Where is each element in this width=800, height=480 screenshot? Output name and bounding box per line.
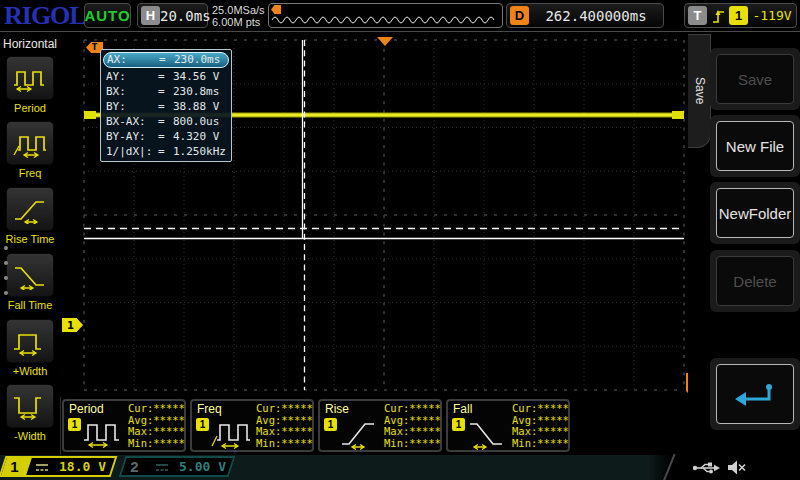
stat-cur: Cur:***** [256,403,313,415]
channel1-scale: 18.0 V [59,459,106,474]
rigol-logo: RIGOL [4,1,86,31]
memory-depth: 6.00M pts [212,16,265,28]
menu-item-minus-width[interactable]: -Width [0,384,60,442]
preview-wave [270,6,501,26]
stat-max: Max:***** [128,426,185,438]
channel2-status[interactable]: 2 5.00 V [122,456,232,477]
measurement-title: Rise [325,402,349,416]
statusbar-divider [662,454,675,480]
period-icon [12,63,48,93]
menu-item-label: -Width [0,430,60,442]
measurement-panel-fall: Fall 1 Cur:***** Avg:***** Max:***** Min… [446,399,570,452]
menu-item-label: Fall Time [0,299,60,311]
equals-sign: = [159,53,174,67]
dc-coupling-icon [35,462,49,472]
measurement-panel-rise: Rise 1 Cur:***** Avg:***** Max:***** Min… [318,399,442,452]
acquisition-readout: 25.0MSa/s 6.00M pts [212,4,265,28]
delay-icon: D [510,6,529,25]
sample-rate: 25.0MSa/s [212,4,265,16]
period-icon [82,415,124,451]
trigger-level-value: -119V [752,8,791,23]
delete-key[interactable]: Delete [710,250,800,312]
usb-icon [692,461,720,475]
measurement-title: Freq [197,402,222,416]
cursor-value: 1.250kHz [173,144,226,159]
return-key[interactable] [710,358,800,430]
period-button[interactable] [6,56,54,100]
save-tab: Save [688,34,711,148]
stat-max: Max:***** [384,426,441,438]
cursor-readout-panel: AX: = 230.0ms AY: = 34.56 V BX: = 230.8m… [100,49,232,162]
cursor-row-bx: BX: = 230.8ms [103,84,229,99]
save-key[interactable]: Save [710,48,800,110]
cursor-row-ay: AY: = 34.56 V [103,69,229,84]
freq-icon [12,128,48,158]
equals-sign: = [158,69,173,84]
timebase-readout: H 20.0ms [137,3,208,28]
stat-min: Min:***** [512,438,569,450]
stat-cur: Cur:***** [512,403,569,415]
return-button[interactable] [716,364,794,424]
waveform-display: T 1 T AX: = 230.0ms AY: = 34.56 V BX: = … [60,32,688,397]
fall-time-button[interactable] [6,253,54,297]
trigger-status-badge: AUTO [84,3,131,28]
cursor-value: 38.88 V [173,99,219,114]
new-folder-key[interactable]: NewFolder [710,182,800,244]
speaker-muted-icon [726,459,746,476]
minus-width-icon [12,391,48,421]
cursor-row-ax: AX: = 230.0ms [103,52,229,68]
equals-sign: = [158,144,173,159]
channel1-status[interactable]: 1 18.0 V [2,456,114,477]
trigger-status-label: AUTO [84,7,130,24]
cursor-label: BY: [106,99,158,114]
new-folder-button[interactable]: NewFolder [716,188,794,238]
measurement-panel-period: Period 1 Cur:***** Avg:***** Max:***** M… [62,399,186,452]
channel2-scale: 5.00 V [179,459,226,474]
stat-max: Max:***** [256,426,313,438]
left-menu-title: Horizontal [0,37,60,51]
menu-item-freq[interactable]: Freq [0,121,60,179]
menu-item-label: Period [0,102,60,114]
rise-time-button[interactable] [6,187,54,231]
freq-icon [210,415,252,451]
stat-min: Min:***** [256,438,313,450]
menu-item-fall-time[interactable]: Fall Time [0,253,60,311]
delete-button[interactable]: Delete [716,256,794,306]
cursor-value: 34.56 V [173,69,219,84]
equals-sign: = [158,84,173,99]
menu-item-rise-time[interactable]: Rise Time [0,187,60,245]
trigger-icon: T [688,6,707,25]
trigger-readout: T 1 -119V [684,3,797,28]
channel-status-bar: 1 18.0 V 2 5.00 V [0,455,800,480]
new-file-button[interactable]: New File [716,121,794,171]
rising-edge-icon [711,7,726,25]
stat-cur: Cur:***** [384,403,441,415]
equals-sign: = [158,114,173,129]
plus-width-button[interactable] [6,319,54,363]
measurement-title: Period [69,402,104,416]
cursor-value: 230.0ms [174,53,220,67]
trigger-source-badge: 1 [729,6,748,25]
cursor-label: AX: [107,53,159,67]
minus-width-button[interactable] [6,384,54,428]
rise-time-icon [338,415,380,451]
menu-item-period[interactable]: Period [0,56,60,114]
horizontal-icon: H [141,6,160,25]
fall-time-icon [466,415,508,451]
delay-readout: D 262.400000ms [506,3,664,28]
new-file-key[interactable]: New File [710,115,800,177]
cursor-label: BX-AX: [106,114,158,129]
menu-item-label: +Width [0,365,60,377]
return-arrow-icon [732,380,778,408]
save-button[interactable]: Save [716,54,794,104]
cursor-value: 800.0us [173,114,219,129]
stat-min: Min:***** [128,438,185,450]
timebase-value: 20.0ms [160,8,211,24]
fall-time-icon [12,260,48,290]
cursor-label: BY-AY: [106,129,158,144]
cursor-row-by: BY: = 38.88 V [103,99,229,114]
menu-scroll-dots [4,246,8,306]
cursor-label: AY: [106,69,158,84]
freq-button[interactable] [6,121,54,165]
menu-item-plus-width[interactable]: +Width [0,319,60,377]
